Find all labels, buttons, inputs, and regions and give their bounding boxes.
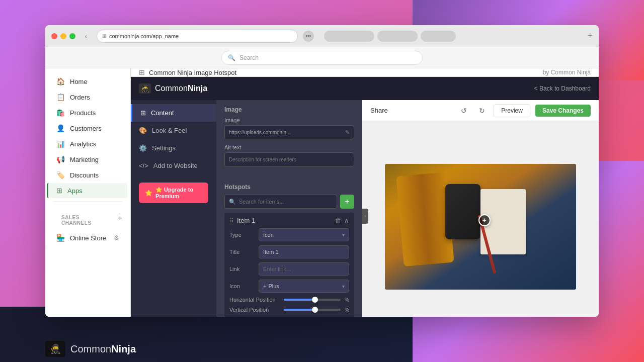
apps-icon: ⊞ bbox=[56, 187, 62, 195]
address-bar[interactable]: ⊞ commoninja.com/app_name bbox=[97, 30, 298, 43]
hotspot-search-placeholder: Search for items... bbox=[239, 199, 284, 205]
icon-dropdown[interactable]: + Plus ▾ bbox=[259, 280, 349, 293]
more-options-btn[interactable]: ••• bbox=[303, 31, 314, 42]
content-icon: ⊞ bbox=[140, 109, 146, 117]
browser-search-box[interactable]: 🔍 Search bbox=[221, 51, 423, 65]
marketing-icon: 📢 bbox=[56, 155, 65, 163]
new-tab-button[interactable]: + bbox=[587, 31, 593, 41]
add-hotspot-btn[interactable]: + bbox=[340, 195, 354, 209]
tab-2[interactable] bbox=[377, 31, 418, 42]
type-dropdown[interactable]: Icon ▾ bbox=[259, 228, 349, 241]
sidebar-item-home[interactable]: 🏠 Home bbox=[48, 74, 127, 89]
discounts-icon: 🏷️ bbox=[56, 171, 65, 179]
image-field-group: Image https://uploads.commonin... ✎ bbox=[224, 117, 354, 139]
sidebar-item-online-store[interactable]: 🏪 Online Store ⚙ bbox=[48, 230, 127, 245]
add-sales-channel-btn[interactable]: + bbox=[118, 214, 122, 223]
add-to-website-icon: </> bbox=[139, 162, 148, 169]
type-field-row: Type Icon ▾ bbox=[229, 228, 349, 241]
close-window-btn[interactable] bbox=[51, 33, 57, 39]
tab-1[interactable] bbox=[324, 31, 374, 42]
save-changes-button[interactable]: Save Changes bbox=[535, 105, 591, 117]
sidebar-item-home-label: Home bbox=[70, 78, 88, 85]
hotspot-actions: 🗑 ∧ bbox=[335, 217, 349, 224]
cn-nav-settings[interactable]: ⚙️ Settings bbox=[131, 139, 216, 157]
v-pct-sign: % bbox=[345, 307, 349, 313]
back-to-dashboard-btn[interactable]: < Back to Dashboard bbox=[534, 85, 591, 92]
h-slider-thumb[interactable] bbox=[312, 297, 318, 303]
back-button[interactable]: ‹ bbox=[80, 31, 92, 42]
type-value: Icon bbox=[263, 232, 342, 238]
sidebar-item-marketing[interactable]: 📢 Marketing bbox=[48, 152, 127, 167]
cn-nav-content-label: Content bbox=[151, 109, 174, 117]
sidebar-item-products[interactable]: 🛍️ Products bbox=[48, 105, 127, 120]
icon-field-row: Icon + Plus ▾ bbox=[229, 280, 349, 293]
sidebar-item-apps[interactable]: ⊞ Apps bbox=[47, 183, 127, 198]
h-pct-sign: % bbox=[345, 297, 349, 303]
h-position-label: Horizontal Position bbox=[229, 297, 280, 303]
online-store-label: Online Store bbox=[70, 234, 106, 242]
preview-button[interactable]: Preview bbox=[494, 104, 530, 117]
sidebar-item-orders[interactable]: 📋 Orders bbox=[48, 89, 127, 105]
minimize-window-btn[interactable] bbox=[60, 33, 66, 39]
hotspots-search-bar: 🔍 Search for items... + bbox=[224, 195, 354, 209]
alt-text-label: Alt text bbox=[224, 144, 354, 150]
v-position-row: Vertical Position % bbox=[229, 307, 349, 313]
cn-nav-look-feel[interactable]: 🎨 Look & Feel bbox=[131, 122, 216, 139]
link-label: Link bbox=[229, 266, 255, 272]
sidebar-item-analytics-label: Analytics bbox=[70, 140, 96, 148]
cn-nav-add-website[interactable]: </> Add to Website bbox=[131, 157, 216, 174]
cn-panel: CommonNinja < Back to Dashboard ⊞ bbox=[131, 77, 599, 317]
icon-chevron-down-icon: ▾ bbox=[342, 284, 345, 289]
image-edit-icon[interactable]: ✎ bbox=[345, 129, 350, 136]
v-position-slider[interactable] bbox=[284, 309, 341, 311]
sidebar-item-customers[interactable]: 👤 Customers bbox=[48, 121, 127, 136]
upgrade-label: ⭐ Upgrade to Premium bbox=[155, 187, 202, 199]
upgrade-premium-btn[interactable]: ⭐ ⭐ Upgrade to Premium bbox=[139, 183, 208, 203]
cn-left-nav: ⊞ Content 🎨 Look & Feel ⚙️ Settings bbox=[131, 100, 216, 317]
by-label: by Common Ninja bbox=[543, 69, 591, 76]
undo-btn[interactable]: ↺ bbox=[457, 104, 470, 117]
drag-handle-icon[interactable]: ⠿ bbox=[229, 217, 234, 224]
icon-field-label: Icon bbox=[229, 283, 255, 289]
link-input[interactable]: Enter link... bbox=[259, 262, 349, 276]
cn-nav-settings-label: Settings bbox=[152, 144, 176, 152]
v-slider-thumb[interactable] bbox=[312, 307, 318, 313]
breadcrumb-icon: ⊞ bbox=[139, 68, 145, 76]
hotspot-search-icon: 🔍 bbox=[229, 199, 236, 205]
h-position-slider[interactable] bbox=[284, 299, 341, 301]
upgrade-star-icon: ⭐ bbox=[145, 190, 152, 197]
home-icon: 🏠 bbox=[56, 77, 65, 85]
products-icon: 🛍️ bbox=[56, 109, 65, 117]
sidebar-item-discounts[interactable]: 🏷️ Discounts bbox=[48, 167, 127, 183]
v-slider-fill bbox=[284, 309, 315, 311]
hotspot-marker[interactable]: + bbox=[478, 214, 491, 226]
link-placeholder: Enter link... bbox=[263, 266, 345, 272]
redo-btn[interactable]: ↻ bbox=[475, 104, 489, 117]
tab-3[interactable] bbox=[421, 31, 456, 42]
address-text: commoninja.com/app_name bbox=[109, 33, 179, 39]
collapse-hotspot-btn[interactable]: ∧ bbox=[344, 217, 349, 224]
customers-icon: 👤 bbox=[56, 124, 65, 132]
breadcrumb-text: Common Ninja Image Hotspot bbox=[149, 69, 236, 76]
image-input[interactable]: https://uploads.commonin... ✎ bbox=[224, 125, 354, 139]
image-value: https://uploads.commonin... bbox=[229, 130, 342, 135]
brand-text-bold: Ninja bbox=[111, 343, 136, 354]
cn-nav-content[interactable]: ⊞ Content bbox=[131, 104, 216, 122]
sidebar-item-analytics[interactable]: 📊 Analytics bbox=[48, 136, 127, 151]
preview-toolbar: Share ↺ ↻ Preview Save Changes bbox=[362, 100, 599, 121]
redo-icon: ↻ bbox=[479, 107, 485, 115]
cn-preview-panel: Share ↺ ↻ Preview Save Changes bbox=[362, 100, 599, 317]
title-value: Item 1 bbox=[263, 249, 345, 255]
browser-titlebar: ‹ ⊞ commoninja.com/app_name ••• + bbox=[45, 25, 599, 47]
sales-channels-header: SALES CHANNELS + bbox=[45, 205, 130, 230]
title-label: Title bbox=[229, 249, 255, 255]
type-label: Type bbox=[229, 232, 255, 238]
hotspots-section-label: Hotspots bbox=[216, 177, 362, 195]
alt-text-input[interactable]: Description for screen readers bbox=[224, 152, 354, 166]
store-icon: 🏪 bbox=[56, 234, 65, 242]
hotspot-search-input[interactable]: 🔍 Search for items... bbox=[224, 195, 337, 209]
settings-icon[interactable]: ⚙ bbox=[114, 234, 119, 241]
maximize-window-btn[interactable] bbox=[69, 33, 75, 39]
delete-hotspot-btn[interactable]: 🗑 bbox=[335, 217, 341, 224]
title-input[interactable]: Item 1 bbox=[259, 245, 349, 258]
